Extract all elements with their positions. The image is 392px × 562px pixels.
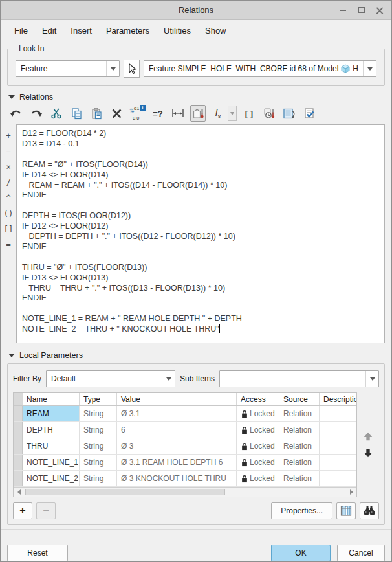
function-dropdown-button[interactable] [228,106,237,121]
param-access-cell[interactable]: Locked [237,422,279,438]
look-in-scope-select[interactable]: Feature [16,60,120,77]
relations-code-editor[interactable]: D12 = FLOOR(D14 * 2)D13 = D14 - 0.1REAM … [16,124,385,343]
param-type-cell[interactable]: String [80,406,117,422]
filter-by-select[interactable]: Default [46,370,175,387]
ok-button[interactable]: OK [271,545,331,561]
row-selector[interactable] [14,438,23,454]
dimension-display-button[interactable]: d1 0.0 ⇅ i [129,105,146,122]
row-selector[interactable] [14,455,23,470]
chevron-down-icon[interactable] [162,371,175,387]
delete-button[interactable] [109,105,124,122]
menu-utilities[interactable]: Utilities [157,23,198,38]
remove-parameter-button[interactable]: − [36,502,56,519]
add-parameter-button[interactable]: + [13,502,32,519]
close-button[interactable] [372,5,386,16]
param-value-cell[interactable]: 6 [117,422,237,438]
units-toggle-button[interactable] [190,105,206,122]
titlebar[interactable]: Relations [1,1,391,20]
column-header-type[interactable]: Type [80,393,117,405]
measure-button[interactable] [170,105,186,122]
chevron-down-icon[interactable] [106,61,119,76]
param-source-cell[interactable]: Relation [279,471,320,486]
column-header-source[interactable]: Source [279,393,320,405]
param-access-cell[interactable]: Locked [237,438,279,454]
param-type-cell[interactable]: String [80,438,117,454]
menu-show[interactable]: Show [198,23,234,38]
column-header-value[interactable]: Value [117,393,237,405]
properties-button[interactable]: Properties... [271,502,332,519]
relations-section-header[interactable]: Relations [1,90,391,104]
column-header-name[interactable]: Name [23,393,80,405]
row-selector[interactable] [14,406,23,422]
param-type-cell[interactable]: String [80,455,117,470]
param-source-cell[interactable]: Relation [279,406,320,422]
operator-button[interactable]: + [1,128,16,144]
verify-button[interactable] [301,105,317,122]
operator-button[interactable]: () [1,206,16,221]
table-row[interactable]: NOTE_LINE_1 String Ø 3.1 REAM HOLE DEPTH… [14,455,356,471]
param-description-cell[interactable] [320,422,356,438]
local-parameters-section-header[interactable]: Local Parameters [1,348,391,362]
parameters-table[interactable]: Name Type Value Access Source Descriptio… [13,392,357,497]
scroll-right-button[interactable] [346,488,356,497]
operator-button[interactable]: / [1,175,16,190]
copy-button[interactable] [69,105,84,122]
paste-button[interactable] [89,105,104,122]
table-row[interactable]: DEPTH String 6 Locked Relation [14,422,356,438]
maximize-button[interactable] [354,5,368,16]
param-description-cell[interactable] [320,471,356,486]
param-value-cell[interactable]: Ø 3 KNOCKOUT HOLE THRU [117,471,237,486]
param-name-cell[interactable]: NOTE_LINE_2 [23,471,80,486]
menu-edit[interactable]: Edit [35,23,63,38]
find-parameter-button[interactable] [360,502,379,519]
scrollbar-thumb[interactable] [25,489,225,495]
param-source-cell[interactable]: Relation [279,422,320,438]
insert-function-button[interactable]: fx [210,105,226,122]
param-source-cell[interactable]: Relation [279,438,320,454]
sub-items-select[interactable] [219,370,379,387]
operator-button[interactable]: [] [1,221,16,237]
param-description-cell[interactable] [320,438,356,454]
param-name-cell[interactable]: NOTE_LINE_1 [23,455,80,470]
param-value-cell[interactable]: Ø 3.1 REAM HOLE DEPTH 6 [117,455,237,470]
operator-button[interactable]: × [1,159,16,175]
param-access-cell[interactable]: Locked [237,471,279,486]
param-value-cell[interactable]: Ø 3.1 [117,406,237,422]
row-selector[interactable] [14,471,23,486]
table-horizontal-scrollbar[interactable] [14,487,356,497]
operator-button[interactable]: − [1,144,16,159]
row-selector[interactable] [14,422,23,438]
move-up-button[interactable] [363,431,373,442]
param-name-cell[interactable]: THRU [23,438,80,454]
reset-button[interactable]: Reset [7,545,68,561]
column-header-access[interactable]: Access [237,393,279,405]
param-name-cell[interactable]: DEPTH [23,422,80,438]
table-row[interactable]: REAM String Ø 3.1 Locked Relation [14,406,356,422]
menu-insert[interactable]: Insert [63,23,99,38]
convert-units-button[interactable] [261,105,277,122]
operator-button[interactable]: = [1,237,16,253]
param-access-cell[interactable]: Locked [237,406,279,422]
minimize-button[interactable] [336,5,350,16]
evaluate-button[interactable]: =? [150,105,166,122]
redo-button[interactable] [28,105,44,122]
param-description-cell[interactable] [320,406,356,422]
cancel-button[interactable]: Cancel [337,545,385,561]
chevron-down-icon[interactable] [365,371,378,387]
relations-list-button[interactable] [281,105,297,122]
param-access-cell[interactable]: Locked [237,455,279,470]
move-down-button[interactable] [363,448,373,458]
param-type-cell[interactable]: String [80,471,117,486]
undo-button[interactable] [8,105,24,122]
param-name-cell[interactable]: REAM [23,406,80,422]
scroll-left-button[interactable] [14,488,24,497]
table-row[interactable]: THRU String Ø 3 Locked Relation [14,438,356,455]
table-row[interactable]: NOTE_LINE_2 String Ø 3 KNOCKOUT HOLE THR… [14,471,356,487]
param-value-cell[interactable]: Ø 3 [117,438,237,454]
param-type-cell[interactable]: String [80,422,117,438]
param-description-cell[interactable] [320,455,356,470]
operator-button[interactable]: ^ [1,190,16,206]
look-in-target-select[interactable]: Feature SIMPLE_HOLE_WITH_CBORE id 68 of … [144,60,376,77]
cut-button[interactable] [49,105,64,122]
param-source-cell[interactable]: Relation [279,455,320,470]
